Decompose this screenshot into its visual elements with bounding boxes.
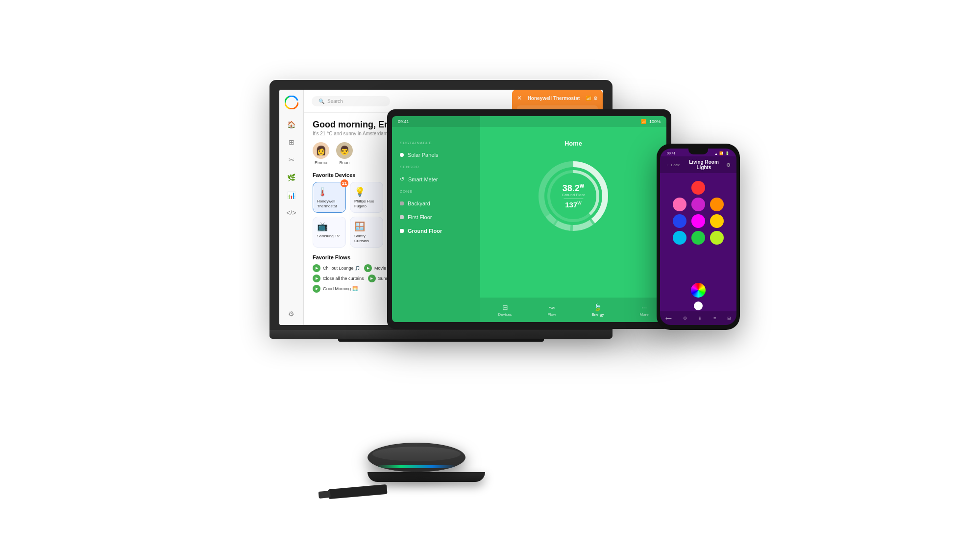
tablet-nav-devices[interactable]: ⊟ Devices (498, 303, 512, 317)
color-lime[interactable] (710, 231, 724, 245)
flow-curtains-label: Close all the curtains (323, 276, 364, 281)
first-floor-label: First Floor (408, 214, 432, 220)
user-emma: 👩 Emma (313, 142, 329, 165)
tablet-sidebar: SUSTAINABLE Solar Panels SENSOR ↺ Smart … (392, 116, 480, 322)
flow-play-icon3: ▶ (313, 275, 320, 282)
search-placeholder: Search (327, 99, 343, 104)
sidebar-leaf-icon[interactable]: 🌿 (286, 172, 297, 183)
samsung-icon: 📺 (317, 221, 342, 232)
color-hotpink[interactable] (691, 214, 705, 228)
backyard-label: Backyard (408, 201, 430, 206)
color-cyan[interactable] (673, 231, 686, 245)
flow-curtains[interactable]: ▶ Close all the curtains (313, 275, 364, 282)
tablet-first-floor[interactable]: First Floor (392, 210, 480, 224)
sidebar-home-icon[interactable]: 🏠 (286, 119, 297, 130)
color-orange[interactable] (710, 198, 724, 211)
sidebar-scissors-icon[interactable]: ✂ (286, 154, 297, 165)
tablet-status-icons: 📶 100% (641, 119, 661, 124)
phone-header-settings[interactable]: ⚙ (726, 162, 731, 168)
device-somfy[interactable]: 🪟 Somfy Curtains (350, 217, 383, 248)
device-honeywell[interactable]: 21 🌡️ Honeywell Thermostat (313, 182, 346, 213)
phone-back-button[interactable]: ← Back (666, 163, 680, 167)
brian-avatar: 👨 (336, 142, 353, 159)
color-blue[interactable] (673, 214, 686, 228)
more-nav-icon: ··· (641, 303, 647, 311)
color-red[interactable] (691, 181, 705, 195)
phone-title: Living Room Lights (682, 159, 726, 170)
energy-center-text: 38.2W Ground Floor 137W (562, 184, 585, 209)
smart-meter-icon: ↺ (400, 176, 404, 182)
ground-floor-dot (400, 229, 404, 233)
phone-action-4[interactable]: ≡ (713, 316, 716, 321)
phone-device: 09:41 ▲ 📶 🔋 ← Back Living Room Lights ⚙ (657, 144, 740, 330)
user-brian: 👨 Brian (336, 142, 353, 165)
phone-action-2[interactable]: ⚙ (683, 316, 687, 321)
thermostat-icons: 📶 ⚙ (586, 96, 598, 101)
device-philips[interactable]: 💡 Philips Hue Fugato (350, 182, 383, 213)
tablet-nav-energy[interactable]: 🍃 Energy (591, 303, 604, 317)
phone-status-icons: ▲ 📶 🔋 (714, 151, 730, 155)
tablet-solar-panels[interactable]: Solar Panels (392, 148, 480, 162)
sidebar-chart-icon[interactable]: 📊 (286, 190, 297, 201)
devices-nav-icon: ⊟ (502, 303, 508, 311)
flow-play-icon5: ▶ (313, 285, 320, 293)
tablet-status-bar: 09:41 📶 100% (392, 116, 666, 127)
tablet-nav-flow[interactable]: ↝ Flow (548, 303, 556, 317)
phone-action-3[interactable]: 🌡 (698, 316, 702, 321)
thermostat-wifi-icon: 📶 (586, 96, 591, 101)
color-pink[interactable] (673, 198, 686, 211)
tablet-backyard[interactable]: Backyard (392, 197, 480, 210)
app-sidebar: 🏠 ⊞ ✂ 🌿 📊 </> ⚙ (279, 90, 304, 325)
color-row-4 (673, 231, 724, 245)
color-yellow[interactable] (710, 214, 724, 228)
white-dot[interactable] (694, 301, 703, 310)
color-green[interactable] (691, 231, 705, 245)
phone-time: 09:41 (667, 151, 676, 155)
tablet-main: Home (480, 116, 666, 322)
homey-hub (368, 443, 485, 482)
emma-avatar: 👩 (313, 142, 329, 159)
hub-body-container (368, 443, 485, 482)
tablet-smart-meter[interactable]: ↺ Smart Meter (392, 172, 480, 186)
phone-action-5[interactable]: ⊞ (727, 316, 731, 321)
color-magenta[interactable] (691, 198, 705, 211)
energy-val2: 137 (565, 201, 577, 209)
flow-morning-label: Good Morning 🌅 (323, 286, 358, 291)
device-samsung[interactable]: 📺 Samsung TV (313, 217, 346, 248)
flow-chillout[interactable]: ▶ Chillout Lounge 🎵 (313, 264, 360, 272)
tablet-time: 09:41 (398, 119, 409, 124)
tablet-bottom-nav: ⊟ Devices ↝ Flow 🍃 Energy ··· More (480, 298, 666, 322)
phone-battery-icon: 🔋 (725, 151, 730, 155)
energy-value-top: 38.2W (562, 184, 585, 193)
sidebar-settings-icon[interactable]: ⚙ (286, 308, 297, 319)
energy-nav-icon: 🍃 (593, 303, 602, 311)
color-wheel[interactable] (691, 283, 706, 298)
tablet-nav-more[interactable]: ··· More (639, 303, 648, 317)
phone-action-1[interactable]: ⟵ (665, 316, 672, 321)
energy-val1: 38.2 (563, 183, 580, 193)
philips-name: Philips Hue Fugato (354, 199, 379, 208)
hub-cable (328, 484, 387, 499)
color-row-1 (691, 181, 705, 195)
smart-meter-label: Smart Meter (408, 176, 438, 182)
tablet-wifi-icon: 📶 (641, 119, 646, 124)
search-bar[interactable]: 🔍 Search (312, 96, 390, 106)
solar-label: Solar Panels (408, 152, 438, 158)
sidebar-code-icon[interactable]: </> (286, 207, 297, 218)
solar-dot (400, 153, 404, 157)
phone-screen: 09:41 ▲ 📶 🔋 ← Back Living Room Lights ⚙ (660, 149, 736, 325)
flow-morning[interactable]: ▶ Good Morning 🌅 (313, 285, 358, 293)
devices-nav-label: Devices (498, 312, 512, 317)
hub-led-ring (377, 465, 456, 468)
energy-unit1: W (580, 183, 584, 189)
laptop-base (270, 330, 612, 339)
thermostat-header: ✕ Honeywell Thermostat 📶 ⚙ (517, 95, 598, 101)
energy-value-bottom: 137W (562, 201, 585, 209)
sidebar-grid-icon[interactable]: ⊞ (286, 137, 297, 148)
phone-action-bar: ⟵ ⚙ 🌡 ≡ ⊞ (660, 311, 736, 325)
more-nav-label: More (639, 312, 648, 317)
tablet-ground-floor[interactable]: Ground Floor (392, 224, 480, 238)
homey-logo (285, 96, 298, 109)
thermostat-close-button[interactable]: ✕ (517, 95, 522, 101)
thermostat-settings-icon[interactable]: ⚙ (593, 96, 598, 101)
